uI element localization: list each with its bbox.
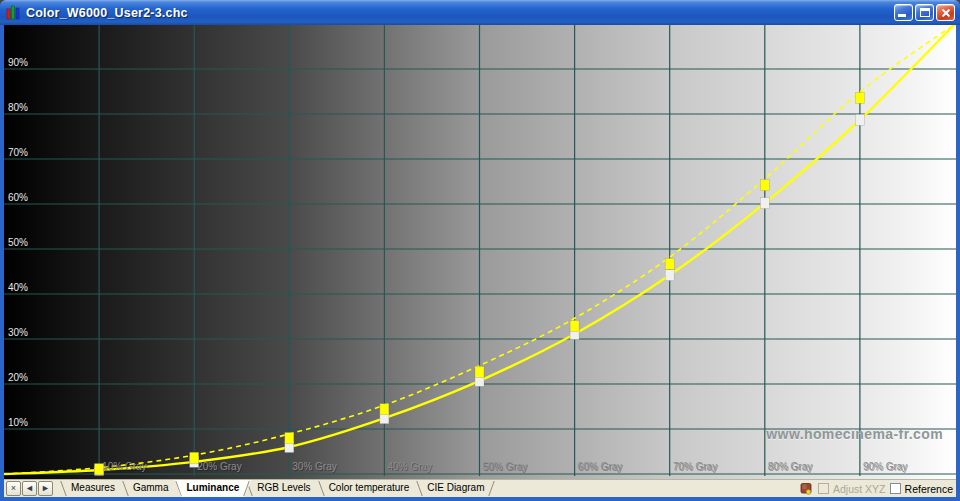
adjust-xyz-label: Adjust XYZ [833, 483, 886, 495]
luminance-chart: 10%20%30%40%50%60%70%80%90% 10% Gray20% … [4, 25, 956, 479]
data-point-marker [855, 114, 864, 125]
tab-label: Luminance [186, 482, 239, 493]
watermark: www.homecinema-fr.com [766, 426, 943, 442]
y-tick-label: 10% [8, 417, 28, 428]
data-point-marker [665, 270, 674, 281]
x-tick-label: 10% Gray [102, 461, 146, 472]
x-tick-label: 40% Gray [387, 461, 431, 472]
data-point-marker [760, 180, 769, 191]
x-tick-label: 30% Gray [292, 461, 336, 472]
tab-label: Color temperature [329, 482, 410, 493]
tab-gamma[interactable]: Gamma [121, 480, 181, 497]
tab-edge [318, 481, 324, 496]
window-title: Color_W6000_User2-3.chc [26, 6, 894, 20]
tab-nav-close-button[interactable]: × [6, 481, 21, 496]
tab-bar: × ◄ ► MeasuresGammaLuminanceRGB LevelsCo… [4, 479, 956, 497]
x-tick-label: 90% Gray [863, 461, 907, 472]
y-tick-label: 20% [8, 372, 28, 383]
tab-measures[interactable]: Measures [59, 480, 127, 497]
y-tick-label: 50% [8, 237, 28, 248]
tab-edge [489, 481, 495, 496]
y-tick-label: 40% [8, 282, 28, 293]
data-point-marker [665, 258, 674, 269]
plot-area [4, 25, 956, 479]
data-point-marker [380, 404, 389, 415]
data-point-marker [285, 433, 294, 444]
data-point-marker [760, 198, 769, 209]
data-point-marker [855, 92, 864, 103]
tab-edge [416, 481, 422, 496]
client-area: 10%20%30%40%50%60%70%80%90% 10% Gray20% … [4, 25, 956, 497]
data-point-marker [570, 320, 579, 331]
tab-nav-buttons: × ◄ ► [4, 480, 53, 496]
x-tick-label: 80% Gray [768, 461, 812, 472]
minimize-icon [898, 14, 906, 17]
x-tick-label: 70% Gray [673, 461, 717, 472]
tab-label: Measures [71, 482, 115, 493]
tab-edge [122, 481, 128, 496]
adjust-xyz-checkbox [818, 483, 829, 494]
tab-color-temperature[interactable]: Color temperature [317, 480, 422, 497]
application-window: Color_W6000_User2-3.chc 10%20%30%40%50%6… [0, 0, 960, 501]
y-tick-label: 60% [8, 192, 28, 203]
x-tick-label: 60% Gray [578, 461, 622, 472]
reference-checkbox[interactable] [890, 483, 901, 494]
app-rgb-bars-icon [6, 5, 21, 20]
x-tick-label: 20% Gray [197, 461, 241, 472]
minimize-button[interactable] [894, 4, 913, 21]
maximize-icon [920, 8, 930, 17]
tab-label: CIE Diagram [427, 482, 484, 493]
x-tick-label: 50% Gray [483, 461, 527, 472]
data-point-marker [475, 366, 484, 377]
tab-edge [60, 481, 66, 496]
title-bar[interactable]: Color_W6000_User2-3.chc [0, 0, 960, 25]
maximize-button[interactable] [915, 4, 934, 21]
tab-nav-next-button[interactable]: ► [38, 481, 53, 496]
close-button[interactable] [936, 4, 955, 21]
y-tick-label: 80% [8, 102, 28, 113]
y-tick-label: 90% [8, 57, 28, 68]
tab-luminance[interactable]: Luminance [174, 480, 251, 497]
tabs: MeasuresGammaLuminanceRGB LevelsColor te… [59, 480, 496, 497]
tab-label: RGB Levels [257, 482, 310, 493]
y-tick-label: 70% [8, 147, 28, 158]
tab-cie-diagram[interactable]: CIE Diagram [415, 480, 496, 497]
reference-label: Reference [905, 483, 953, 495]
tab-label: Gamma [133, 482, 169, 493]
tab-rgb-levels[interactable]: RGB Levels [245, 480, 322, 497]
probe-sensor-icon [799, 481, 814, 496]
y-tick-label: 30% [8, 327, 28, 338]
measure-controls: Adjust XYZ Reference [799, 480, 956, 496]
tab-nav-prev-button[interactable]: ◄ [22, 481, 37, 496]
